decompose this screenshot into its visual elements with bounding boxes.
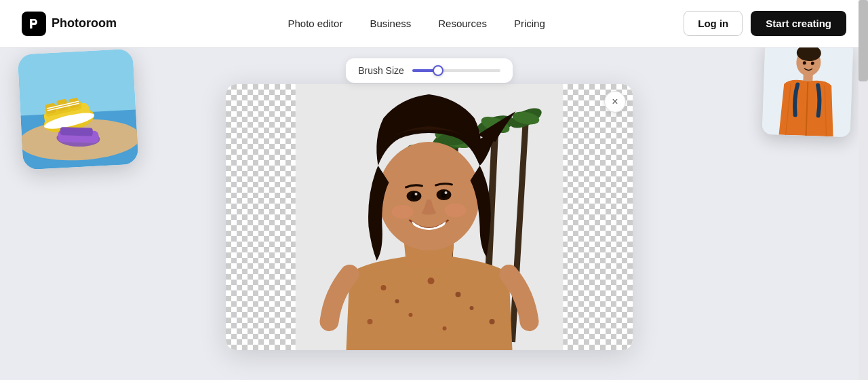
svg-point-39 xyxy=(456,292,461,297)
start-creating-button[interactable]: Start creating xyxy=(751,11,846,36)
editor-area: Brush Size × xyxy=(0,48,859,83)
svg-point-37 xyxy=(395,299,399,303)
close-button[interactable]: × xyxy=(604,91,626,113)
svg-point-44 xyxy=(443,326,447,330)
nav-photo-editor[interactable]: Photo editor xyxy=(275,12,355,35)
svg-point-43 xyxy=(490,319,495,324)
svg-point-51 xyxy=(415,193,418,195)
logo[interactable]: Photoroom xyxy=(22,12,117,36)
main-content: Brush Size × xyxy=(0,48,859,380)
nav-resources[interactable]: Resources xyxy=(426,12,499,35)
login-button[interactable]: Log in xyxy=(684,11,743,36)
close-icon: × xyxy=(612,96,618,108)
nav-actions: Log in Start creating xyxy=(684,11,846,36)
image-editor: × xyxy=(226,84,633,350)
scrollbar-thumb[interactable] xyxy=(859,0,868,81)
transparent-background xyxy=(226,84,633,350)
svg-point-54 xyxy=(445,204,467,217)
svg-point-40 xyxy=(409,313,413,317)
svg-point-42 xyxy=(368,319,373,324)
portrait-image xyxy=(296,84,564,350)
svg-point-36 xyxy=(381,285,387,290)
svg-point-41 xyxy=(470,306,474,310)
navbar: Photoroom Photo editor Business Resource… xyxy=(0,0,868,48)
brush-label: Brush Size xyxy=(358,65,404,76)
svg-point-52 xyxy=(445,191,448,194)
svg-point-38 xyxy=(428,278,435,284)
scrollbar[interactable] xyxy=(859,0,868,380)
brush-control: Brush Size xyxy=(346,58,513,83)
brush-slider[interactable] xyxy=(412,69,500,72)
logo-icon xyxy=(22,12,46,36)
svg-rect-15 xyxy=(60,127,93,136)
brush-slider-thumb[interactable] xyxy=(433,65,443,76)
logo-text: Photoroom xyxy=(52,16,117,31)
svg-point-46 xyxy=(378,142,480,250)
nav-links: Photo editor Business Resources Pricing xyxy=(149,12,684,35)
nav-business[interactable]: Business xyxy=(357,12,423,35)
svg-point-53 xyxy=(392,205,414,218)
nav-pricing[interactable]: Pricing xyxy=(502,12,557,35)
